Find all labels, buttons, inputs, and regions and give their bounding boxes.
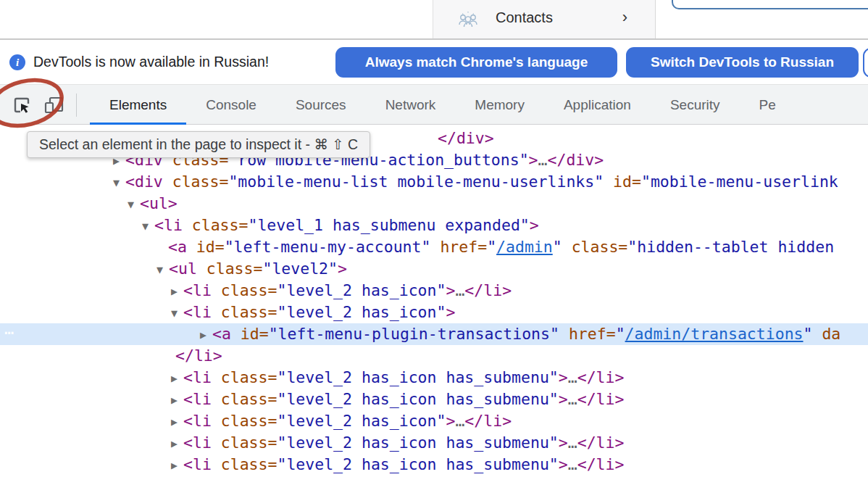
code-token: </li> xyxy=(464,412,512,430)
always-match-language-button[interactable]: Always match Chrome's language xyxy=(335,47,617,78)
code-token: class= xyxy=(212,434,277,452)
code-token: <a xyxy=(212,325,231,343)
tab-memory[interactable]: Memory xyxy=(455,85,544,125)
code-token: … xyxy=(568,368,577,386)
code-line[interactable]: ▶<li class="level_2 has_icon">…</li> xyxy=(0,280,868,302)
code-token: "level_2 has_icon" xyxy=(277,412,446,430)
expander-arrow-collapsed[interactable]: ▶ xyxy=(171,368,183,389)
code-line[interactable]: <a id="left-menu-my-account" href="/admi… xyxy=(0,236,868,258)
code-line[interactable]: ▼<ul class="level2"> xyxy=(0,258,868,280)
code-token: <ul xyxy=(169,260,197,278)
inspect-tooltip: Select an element in the page to inspect… xyxy=(27,131,370,158)
code-token: "level_2 has_icon has_submenu" xyxy=(277,455,558,473)
code-token: "level_2 has_icon" xyxy=(277,303,446,321)
code-token: class= xyxy=(212,390,277,408)
code-line-content: ▼<ul class="level2"> xyxy=(0,258,347,281)
expander-arrow-collapsed[interactable]: ▶ xyxy=(171,455,183,476)
expander-arrow-collapsed[interactable]: ▶ xyxy=(171,281,183,302)
code-token: <li xyxy=(183,455,212,473)
code-line-content: ▶<li class="level_2 has_icon">…</li> xyxy=(0,280,512,302)
toggle-device-toolbar-icon[interactable] xyxy=(43,94,65,116)
info-icon: i xyxy=(9,54,25,70)
code-line[interactable]: ▼<ul> xyxy=(0,193,868,215)
code-token: > xyxy=(446,412,455,430)
expander-arrow-collapsed[interactable]: ▶ xyxy=(200,324,212,346)
code-token: "mobile-menu-list mobile-menu-userlinks" xyxy=(228,173,604,191)
elements-tree-panel: </div>▶<div class="row mobile-menu-actio… xyxy=(0,125,868,477)
code-token: " xyxy=(616,325,625,343)
code-token: > xyxy=(530,216,539,234)
code-line[interactable]: ▶<li class="level_2 has_icon has_submenu… xyxy=(0,454,868,476)
inspect-element-icon[interactable] xyxy=(11,94,33,116)
code-line-content: ▶<li class="level_2 has_icon has_submenu… xyxy=(0,432,624,455)
code-token: "mobile-menu-userlink xyxy=(641,173,838,191)
code-token: </li> xyxy=(175,347,222,365)
code-token: href= xyxy=(559,325,616,343)
code-line-content: ▶<li class="level_2 has_icon has_submenu… xyxy=(0,389,624,411)
code-line[interactable]: ▼<li class="level_1 has_submenu expanded… xyxy=(0,215,868,236)
tab-elements[interactable]: Elements xyxy=(90,85,186,125)
code-line[interactable]: ▶<li class="level_2 has_icon has_submenu… xyxy=(0,367,868,389)
code-line[interactable]: ▼<li class="level_2 has_icon"> xyxy=(0,302,868,323)
code-token: <ul> xyxy=(140,194,178,212)
code-token: class= xyxy=(562,238,628,256)
code-line-content: </li> xyxy=(0,345,222,367)
code-token: "level_1 has_submenu expanded" xyxy=(248,216,529,234)
tab-console[interactable]: Console xyxy=(186,85,276,125)
page-menu-panel: Contacts › xyxy=(433,0,656,38)
devtools-language-infobar: i DevTools is now available in Russian! … xyxy=(0,40,868,84)
tab-application[interactable]: Application xyxy=(544,85,651,125)
code-line[interactable]: ▶<li class="level_2 has_icon has_submenu… xyxy=(0,432,868,454)
expander-arrow-expanded[interactable]: ▼ xyxy=(128,194,140,215)
code-token: href= xyxy=(430,238,487,256)
code-line[interactable]: ▶<li class="level_2 has_icon has_submenu… xyxy=(0,389,868,410)
code-token: "left-menu-my-account" xyxy=(225,238,431,256)
chevron-right-icon: › xyxy=(622,8,627,27)
code-token: id= xyxy=(231,325,269,343)
page-preview-strip: Contacts › xyxy=(0,0,868,40)
code-line-content: ▼<div class="mobile-menu-list mobile-men… xyxy=(0,171,838,194)
code-token: "hidden--tablet hidden xyxy=(627,238,834,256)
contacts-label: Contacts xyxy=(496,9,553,26)
code-token: class= xyxy=(212,455,277,473)
code-token: /admin/transactions xyxy=(625,325,804,343)
code-token: class= xyxy=(163,173,229,191)
expander-arrow-expanded[interactable]: ▼ xyxy=(171,302,183,324)
code-line[interactable]: ▶<li class="level_2 has_icon">…</li> xyxy=(0,410,868,432)
code-token: <li xyxy=(154,216,183,234)
code-token: /admin xyxy=(496,238,553,256)
code-token: </li> xyxy=(577,434,625,452)
clipped-infobar-button[interactable] xyxy=(863,48,868,78)
code-line-content: ▶<a id="left-menu-plugin-transactions" h… xyxy=(0,323,840,346)
expander-arrow-collapsed[interactable]: ▶ xyxy=(171,389,183,411)
code-token: " xyxy=(487,238,496,256)
code-token: … xyxy=(455,412,464,430)
switch-devtools-russian-button[interactable]: Switch DevTools to Russian xyxy=(626,47,859,78)
code-token: > xyxy=(559,455,568,473)
tab-sources[interactable]: Sources xyxy=(276,85,366,125)
code-token: da xyxy=(812,325,840,343)
tab-security[interactable]: Security xyxy=(651,85,740,125)
code-token: id= xyxy=(604,173,641,191)
code-token: id= xyxy=(187,238,225,256)
code-token: > xyxy=(338,260,347,278)
tab-pe[interactable]: Pe xyxy=(740,85,796,125)
selected-row-ellipsis-button[interactable]: … xyxy=(4,318,14,340)
code-token: "level_2 has_icon" xyxy=(277,281,446,299)
code-token: class= xyxy=(212,303,277,321)
code-line-content: <a id="left-menu-my-account" href="/admi… xyxy=(0,236,834,258)
expander-arrow-expanded[interactable]: ▼ xyxy=(142,215,154,237)
code-line[interactable]: </li> xyxy=(0,345,868,367)
focused-form-control[interactable] xyxy=(672,0,868,9)
tab-network[interactable]: Network xyxy=(366,85,456,125)
code-line-selected[interactable]: …▶<a id="left-menu-plugin-transactions" … xyxy=(0,323,868,345)
code-token: > xyxy=(446,303,455,321)
code-token: </div> xyxy=(438,129,494,147)
code-token: … xyxy=(455,281,464,299)
expander-arrow-collapsed[interactable]: ▶ xyxy=(171,433,183,455)
menu-item-contacts[interactable]: Contacts › xyxy=(433,0,655,38)
expander-arrow-collapsed[interactable]: ▶ xyxy=(171,411,183,433)
expander-arrow-expanded[interactable]: ▼ xyxy=(157,259,169,281)
code-line[interactable]: ▼<div class="mobile-menu-list mobile-men… xyxy=(0,171,868,193)
expander-arrow-expanded[interactable]: ▼ xyxy=(113,172,125,194)
